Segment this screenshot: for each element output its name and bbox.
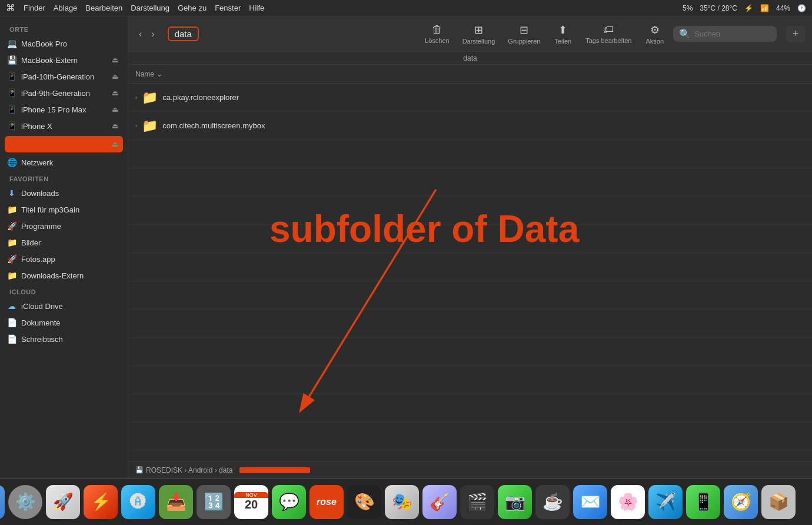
sidebar-item-bilder[interactable]: 📁 Bilder xyxy=(0,234,128,251)
menu-hilfe[interactable]: Hilfe xyxy=(249,4,264,12)
empty-row xyxy=(128,423,812,451)
eject-icon[interactable]: ⏏ xyxy=(112,89,118,97)
programme-icon: 🚀 xyxy=(7,221,16,231)
sidebar-label: iPhone 15 Pro Max xyxy=(21,105,86,114)
sidebar-item-iphone-x[interactable]: 📱 iPhone X ⏏ xyxy=(0,118,128,134)
dock-facetime[interactable]: 📷 xyxy=(498,485,532,519)
dock-messages[interactable]: 💬 xyxy=(272,485,306,519)
menu-fenster[interactable]: Fenster xyxy=(215,4,241,12)
ipad-icon: 📱 xyxy=(7,88,16,98)
eject-icon[interactable]: ⏏ xyxy=(112,122,118,130)
eject-icon[interactable]: ⏏ xyxy=(112,56,118,64)
sidebar-item-iphone-15[interactable]: 📱 iPhone 15 Pro Max ⏏ xyxy=(0,101,128,118)
wifi-icon[interactable]: 📶 xyxy=(760,4,769,12)
view-button[interactable]: ⊞ Darstellung xyxy=(459,21,499,47)
dock-palette[interactable]: 🎨 xyxy=(347,485,381,519)
dock-rose[interactable]: rose xyxy=(310,485,344,519)
sidebar-item-macbook-pro[interactable]: 💻 MacBook Pro xyxy=(0,35,128,52)
eject-icon[interactable]: ⏏ xyxy=(112,140,118,148)
sidebar-label: Schreibtisch xyxy=(21,335,63,344)
dock-calculator[interactable]: 🔢 xyxy=(197,485,231,519)
tags-icon: 🏷 xyxy=(603,24,614,36)
tags-button[interactable]: 🏷 Tags bearbeiten xyxy=(581,21,636,46)
eject-icon[interactable]: ⏏ xyxy=(112,72,118,81)
dock-telegram[interactable]: ✈️ xyxy=(648,485,683,519)
group-button[interactable]: ⊟ Gruppieren xyxy=(503,21,545,47)
dock-photos[interactable]: 🌸 xyxy=(611,485,645,519)
dock-finder[interactable]: 🐾 xyxy=(0,485,5,519)
menu-darstellung[interactable]: Darstellung xyxy=(131,4,169,12)
sidebar-item-programme[interactable]: 🚀 Programme xyxy=(0,218,128,234)
sidebar-item-mp3gain[interactable]: 📁 Titel für mp3Gain xyxy=(0,201,128,218)
share-button[interactable]: ⬆ Teilen xyxy=(550,21,576,47)
menu-ablage[interactable]: Ablage xyxy=(54,4,77,12)
dock-folx[interactable]: 📥 xyxy=(159,485,193,519)
window-title: data xyxy=(463,54,477,62)
dock-appstore[interactable]: 🅐 xyxy=(121,485,155,519)
iphone-icon: 📱 xyxy=(7,105,16,114)
section-orte: Orte xyxy=(0,21,128,35)
sidebar-item-downloads[interactable]: ⬇ Downloads xyxy=(0,185,128,201)
fotos-icon: 🚀 xyxy=(7,254,16,264)
menu-gehe-zu[interactable]: Gehe zu xyxy=(178,4,207,12)
dock-settings[interactable]: ⚙️ xyxy=(8,485,42,519)
dock-safari[interactable]: 🧭 xyxy=(724,485,758,519)
name-column-header[interactable]: Name xyxy=(135,70,154,78)
macbook-icon: 💻 xyxy=(7,39,16,48)
sidebar-item-macbook-extern[interactable]: 💾 MacBook-Extern ⏏ xyxy=(0,52,128,68)
share-label: Teilen xyxy=(554,38,571,45)
mail-icon: ✉️ xyxy=(580,492,601,511)
view-label: Darstellung xyxy=(462,38,495,45)
messages-icon: 💬 xyxy=(279,492,299,511)
bluetooth-icon[interactable]: ⚡ xyxy=(744,4,753,12)
calculator-icon: 🔢 xyxy=(204,492,224,511)
view-group: ⊞ Darstellung xyxy=(459,21,499,47)
dock: 🐾 ⚙️ 🚀 ⚡ 🅐 📥 🔢 NOV 20 💬 rose 🎨 🎭 🎸 🎬 📷 xyxy=(0,478,812,525)
dock-archiver[interactable]: 📦 xyxy=(761,485,796,519)
dock-colorsync[interactable]: 🎭 xyxy=(385,485,419,519)
dock-whatsapp[interactable]: 📱 xyxy=(686,485,720,519)
empty-row xyxy=(128,253,812,281)
file-row[interactable]: › 📁 ca.pkay.rcloneexplorer xyxy=(128,84,812,112)
file-row[interactable]: › 📁 com.citech.multiscreen.mybox xyxy=(128,112,812,140)
empty-row xyxy=(128,310,812,338)
archiver-icon: 📦 xyxy=(768,492,789,511)
dock-trash[interactable]: 🗑️ xyxy=(807,485,812,519)
sidebar-item-fotos[interactable]: 🚀 Fotos.app xyxy=(0,251,128,267)
sidebar-item-ipad-9[interactable]: 📱 iPad-9th-Generation ⏏ xyxy=(0,85,128,101)
folx-icon: 📥 xyxy=(166,492,187,511)
sidebar-item-downloads-extern[interactable]: 📁 Downloads-Extern xyxy=(0,267,128,284)
dock-mail[interactable]: ✉️ xyxy=(573,485,607,519)
search-input[interactable] xyxy=(694,29,771,38)
sidebar-item-schreibtisch[interactable]: 📄 Schreibtisch xyxy=(0,331,128,347)
sidebar-item-icloud-drive[interactable]: ☁ iCloud Drive xyxy=(0,298,128,314)
add-tab-button[interactable]: + xyxy=(786,26,805,42)
reeder-icon: ⚡ xyxy=(91,492,111,511)
dock-gyroflow[interactable]: 🎬 xyxy=(460,485,494,519)
menu-finder[interactable]: Finder xyxy=(24,4,45,12)
action-button[interactable]: ⚙ Aktion xyxy=(641,21,668,47)
eject-icon[interactable]: ⏏ xyxy=(112,105,118,114)
apple-menu[interactable]: ⌘ xyxy=(6,2,15,14)
delete-button[interactable]: 🗑 Löschen xyxy=(420,21,454,46)
capo-icon: 🎸 xyxy=(430,492,450,511)
dock-calendar[interactable]: NOV 20 xyxy=(234,485,268,519)
sidebar-item-dokumente[interactable]: 📄 Dokumente xyxy=(0,314,128,331)
sidebar-item-ipad-10[interactable]: 📱 iPad-10th-Generation ⏏ xyxy=(0,68,128,85)
tags-label: Tags bearbeiten xyxy=(585,37,631,44)
content-area: ‹ › data 🗑 Löschen ⊞ Darstellung ⊟ Grupp… xyxy=(128,16,812,478)
menu-bearbeiten[interactable]: Bearbeiten xyxy=(85,4,122,12)
clock-icon: 🕐 xyxy=(797,4,806,12)
sidebar-item-netzwerk[interactable]: 🌐 Netzwerk xyxy=(0,154,128,171)
back-button[interactable]: ‹ xyxy=(135,26,145,42)
sidebar-item-rosedisk[interactable]: ⏏ xyxy=(5,136,123,152)
dock-launchpad[interactable]: 🚀 xyxy=(46,485,80,519)
settings-icon: ⚙️ xyxy=(15,492,36,511)
forward-button[interactable]: › xyxy=(148,26,158,42)
dock-capo[interactable]: 🎸 xyxy=(422,485,457,519)
dock-lungo[interactable]: ☕ xyxy=(535,485,570,519)
dock-reeder[interactable]: ⚡ xyxy=(84,485,118,519)
search-box[interactable]: 🔍 xyxy=(673,26,777,42)
delete-label: Löschen xyxy=(425,37,450,44)
facetime-icon: 📷 xyxy=(505,492,525,511)
